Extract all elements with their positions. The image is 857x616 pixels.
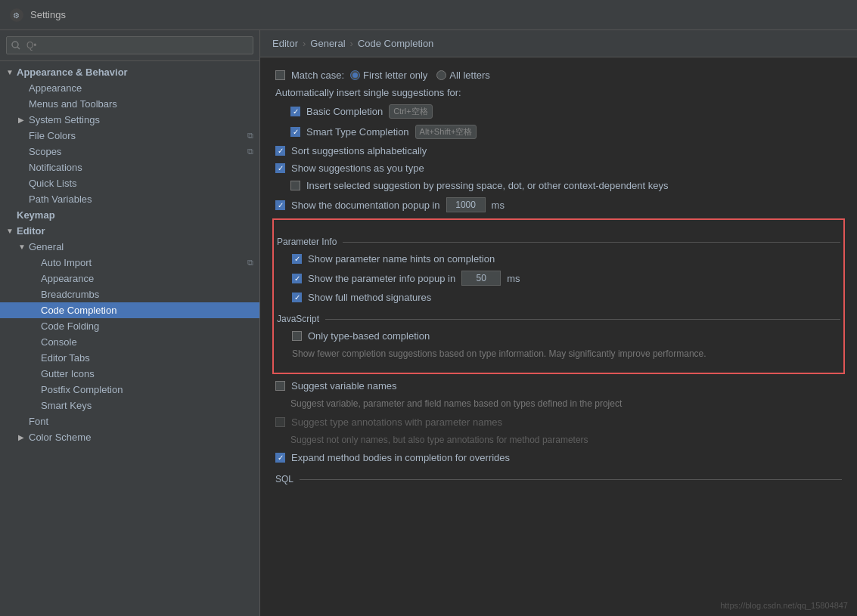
sort-alphabetically-row: Sort suggestions alphabetically (275, 145, 842, 156)
sidebar-item-editor-tabs[interactable]: Editor Tabs (0, 350, 259, 366)
search-input[interactable] (6, 36, 253, 54)
sidebar-item-quick-lists[interactable]: Quick Lists (0, 175, 259, 191)
show-popup-in-label: Show the parameter info popup in (308, 273, 455, 284)
sidebar-item-general[interactable]: ▼ General (0, 239, 259, 255)
basic-completion-row: Basic Completion Ctrl+空格 (290, 104, 842, 119)
breadcrumb-general: General (310, 38, 345, 49)
sidebar-item-scopes[interactable]: Scopes ⧉ (0, 144, 259, 159)
smart-type-checkbox[interactable] (290, 127, 300, 137)
sidebar-item-gutter-icons[interactable]: Gutter Icons (0, 366, 259, 382)
sidebar-item-label: Color Scheme (29, 432, 91, 443)
first-letter-option[interactable]: First letter only (350, 70, 427, 81)
svg-text:⚙: ⚙ (13, 11, 20, 20)
sidebar-item-system-settings[interactable]: ▶ System Settings (0, 112, 259, 128)
suggest-variable-names-checkbox[interactable] (275, 381, 285, 391)
sidebar-item-auto-import[interactable]: Auto Import ⧉ (0, 255, 259, 271)
match-case-checkbox[interactable] (275, 70, 285, 80)
copy-icon: ⧉ (247, 258, 253, 268)
doc-popup-value-input[interactable] (446, 197, 486, 212)
sidebar-item-label: Appearance (29, 82, 82, 94)
sidebar-item-color-scheme[interactable]: ▶ Color Scheme (0, 429, 259, 445)
all-letters-label: All letters (449, 70, 489, 81)
show-popup-in-checkbox[interactable] (292, 274, 302, 283)
svg-point-2 (12, 42, 18, 48)
letter-radio-group: First letter only All letters (350, 70, 490, 81)
sidebar-item-editor[interactable]: ▼ Editor (0, 223, 259, 239)
basic-completion-checkbox[interactable] (290, 107, 300, 116)
sidebar-item-label: Appearance (41, 273, 94, 284)
suggest-variable-hint-text: Suggest variable, parameter and field na… (290, 398, 622, 409)
show-as-you-type-checkbox[interactable] (275, 163, 285, 173)
basic-completion-hotkey: Ctrl+空格 (389, 104, 433, 119)
suggest-type-annotations-hint: Suggest not only names, but also type an… (290, 434, 842, 447)
popup-in-unit: ms (507, 273, 520, 284)
show-full-signatures-label: Show full method signatures (308, 292, 431, 303)
type-based-completion-hint: Show fewer completion suggestions based … (292, 348, 840, 361)
sidebar-item-postfix-completion[interactable]: Postfix Completion (0, 382, 259, 398)
insert-by-space-row: Insert selected suggestion by pressing s… (290, 180, 842, 191)
highlight-box: Parameter Info Show parameter name hints… (272, 218, 845, 374)
search-wrapper (6, 36, 253, 54)
sidebar-item-label: File Colors (29, 130, 76, 141)
sidebar-item-code-folding[interactable]: Code Folding (0, 318, 259, 334)
expand-method-bodies-checkbox[interactable] (275, 453, 285, 463)
popup-in-value-input[interactable] (461, 271, 501, 286)
match-case-label: Match case: (291, 70, 344, 81)
sidebar-item-label: Postfix Completion (41, 384, 123, 395)
suggest-variable-names-label: Suggest variable names (291, 380, 396, 392)
breadcrumb-editor: Editor (272, 38, 298, 49)
sidebar-item-label: System Settings (29, 114, 100, 125)
sidebar-item-label: Path Variables (29, 193, 92, 205)
expand-method-bodies-label: Expand method bodies in completion for o… (291, 452, 510, 463)
copy-icon: ⧉ (247, 131, 253, 141)
show-doc-popup-checkbox[interactable] (275, 200, 285, 210)
expand-arrow: ▼ (6, 68, 15, 76)
sidebar-item-appearance-behavior[interactable]: ▼ Appearance & Behavior (0, 64, 259, 80)
sidebar-item-code-completion[interactable]: Code Completion (0, 302, 259, 318)
show-param-hints-checkbox[interactable] (292, 254, 302, 264)
match-case-row: Match case: First letter only All letter… (275, 70, 842, 81)
type-based-completion-checkbox[interactable] (292, 331, 302, 341)
sidebar-item-file-colors[interactable]: File Colors ⧉ (0, 128, 259, 144)
sql-header: SQL (275, 474, 842, 484)
sidebar-item-label: Gutter Icons (41, 368, 95, 379)
window-title: Settings (30, 9, 66, 20)
show-as-you-type-row: Show suggestions as you type (275, 163, 842, 174)
breadcrumb-sep-2: › (350, 38, 353, 49)
first-letter-radio[interactable] (350, 70, 360, 80)
sidebar-item-path-variables[interactable]: Path Variables (0, 191, 259, 207)
all-letters-radio[interactable] (436, 70, 446, 80)
sidebar-item-label: Notifications (29, 162, 82, 173)
show-doc-popup-label: Show the documentation popup in (291, 200, 440, 211)
show-full-signatures-checkbox[interactable] (292, 293, 302, 302)
show-as-you-type-label: Show suggestions as you type (291, 163, 424, 174)
smart-type-label: Smart Type Completion (306, 126, 409, 138)
sidebar-item-label: Console (41, 336, 77, 348)
insert-by-space-checkbox[interactable] (290, 181, 300, 190)
sidebar-item-appearance[interactable]: Appearance (0, 80, 259, 96)
suggest-type-annotations-checkbox[interactable] (275, 417, 285, 427)
sidebar-item-notifications[interactable]: Notifications (0, 159, 259, 175)
sort-alphabetically-label: Sort suggestions alphabetically (291, 145, 427, 156)
main-layout: ▼ Appearance & Behavior Appearance Menus… (0, 30, 857, 616)
suggest-variable-names-row: Suggest variable names (275, 380, 842, 392)
sidebar-item-label: Auto Import (41, 257, 92, 268)
svg-line-3 (17, 47, 20, 49)
all-letters-option[interactable]: All letters (436, 70, 489, 81)
sort-alphabetically-checkbox[interactable] (275, 146, 285, 156)
suggest-variable-names-hint: Suggest variable, parameter and field na… (290, 398, 842, 410)
sidebar-item-console[interactable]: Console (0, 334, 259, 350)
sidebar-item-menus-toolbars[interactable]: Menus and Toolbars (0, 96, 259, 112)
sidebar-item-label: Code Folding (41, 320, 99, 332)
show-full-signatures-row: Show full method signatures (292, 292, 840, 303)
sidebar-item-label: Editor Tabs (41, 352, 90, 364)
sidebar-item-appearance-editor[interactable]: Appearance (0, 271, 259, 286)
auto-insert-label: Automatically insert single suggestions … (275, 87, 461, 98)
sidebar-item-font[interactable]: Font (0, 413, 259, 429)
sidebar-item-label: Scopes (29, 146, 61, 157)
smart-type-hotkey: Alt+Shift+空格 (415, 125, 477, 139)
sql-label: SQL (275, 474, 293, 484)
sidebar-item-breadcrumbs[interactable]: Breadcrumbs (0, 286, 259, 302)
sidebar-item-keymap[interactable]: Keymap (0, 207, 259, 223)
sidebar-item-smart-keys[interactable]: Smart Keys (0, 398, 259, 413)
